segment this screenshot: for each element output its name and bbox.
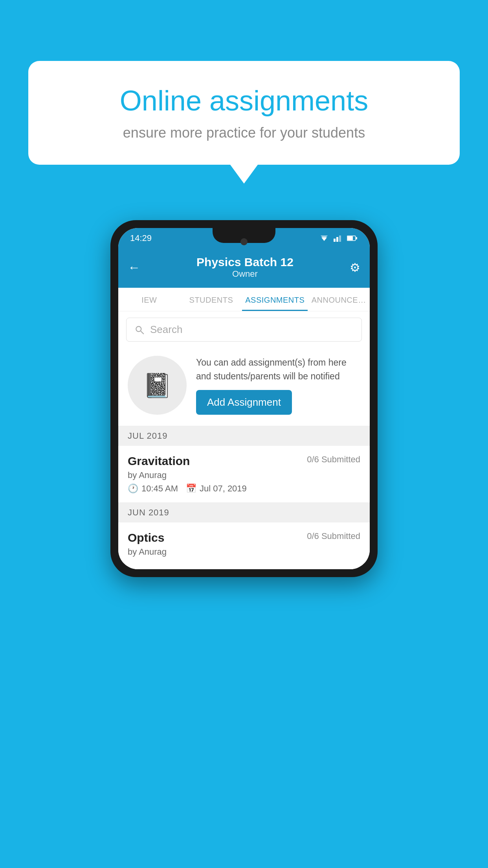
phone-notch [213, 228, 275, 243]
svg-rect-6 [347, 236, 353, 240]
assignment-time: 10:45 AM [141, 484, 178, 494]
clock-icon: 🕐 [128, 484, 138, 494]
phone-screen: 14:29 [118, 228, 370, 569]
assignment-item-optics[interactable]: Optics 0/6 Submitted by Anurag [118, 522, 370, 569]
promo-icon-circle: 📓 [128, 356, 187, 415]
tab-iew[interactable]: IEW [118, 288, 180, 311]
status-icons [319, 235, 358, 242]
assignment-submitted-optics: 0/6 Submitted [307, 531, 360, 541]
assignment-submitted-gravitation: 0/6 Submitted [307, 454, 360, 465]
battery-icon [347, 235, 358, 242]
assignment-name-optics: Optics [128, 531, 164, 544]
phone-container: 14:29 [110, 220, 378, 577]
svg-rect-3 [336, 237, 338, 242]
speech-bubble: Online assignments ensure more practice … [28, 61, 460, 165]
add-assignment-promo: 📓 You can add assignment(s) from here an… [118, 348, 370, 426]
search-icon [134, 325, 145, 335]
svg-line-9 [141, 331, 144, 334]
assignment-item-gravitation[interactable]: Gravitation 0/6 Submitted by Anurag 🕐 10… [118, 446, 370, 503]
status-time: 14:29 [130, 233, 152, 243]
search-input-wrap[interactable]: Search [126, 318, 362, 342]
svg-rect-4 [339, 235, 341, 242]
svg-rect-2 [334, 239, 336, 242]
promo-right: You can add assignment(s) from here and … [196, 356, 360, 415]
add-assignment-button[interactable]: Add Assignment [196, 390, 292, 415]
search-placeholder: Search [150, 324, 182, 336]
speech-bubble-title: Online assignments [56, 85, 432, 117]
assignment-author-optics: by Anurag [128, 547, 360, 557]
date-meta: 📅 Jul 07, 2019 [186, 484, 247, 494]
tab-assignments[interactable]: ASSIGNMENTS [242, 288, 308, 311]
header-title-block: Physics Batch 12 Owner [196, 256, 294, 279]
assignment-meta-gravitation: 🕐 10:45 AM 📅 Jul 07, 2019 [128, 484, 360, 494]
promo-text: You can add assignment(s) from here and … [196, 356, 360, 383]
header-subtitle: Owner [196, 269, 294, 279]
assignment-date: Jul 07, 2019 [200, 484, 247, 494]
tab-announcements[interactable]: ANNOUNCE… [308, 288, 370, 311]
month-separator-jun: JUN 2019 [118, 503, 370, 522]
tabs-bar: IEW STUDENTS ASSIGNMENTS ANNOUNCE… [118, 288, 370, 311]
speech-bubble-container: Online assignments ensure more practice … [28, 61, 460, 165]
svg-rect-7 [356, 237, 357, 239]
assignment-row1-optics: Optics 0/6 Submitted [128, 531, 360, 544]
svg-point-8 [136, 326, 141, 331]
time-meta: 🕐 10:45 AM [128, 484, 178, 494]
speech-bubble-subtitle: ensure more practice for your students [56, 125, 432, 141]
header-title: Physics Batch 12 [196, 256, 294, 269]
app-header: ← Physics Batch 12 Owner ⚙ [118, 248, 370, 288]
search-container: Search [118, 311, 370, 348]
back-button[interactable]: ← [128, 260, 140, 275]
assignment-row1: Gravitation 0/6 Submitted [128, 454, 360, 468]
assignment-name-gravitation: Gravitation [128, 454, 190, 468]
month-separator-jul: JUL 2019 [118, 426, 370, 446]
phone-frame: 14:29 [110, 220, 378, 577]
assignment-author-gravitation: by Anurag [128, 470, 360, 480]
signal-icon [333, 235, 344, 242]
notebook-icon: 📓 [143, 371, 172, 399]
tab-students[interactable]: STUDENTS [180, 288, 242, 311]
wifi-icon [319, 235, 330, 242]
phone-camera [240, 238, 248, 245]
calendar-icon: 📅 [186, 484, 196, 494]
settings-icon[interactable]: ⚙ [350, 261, 360, 274]
